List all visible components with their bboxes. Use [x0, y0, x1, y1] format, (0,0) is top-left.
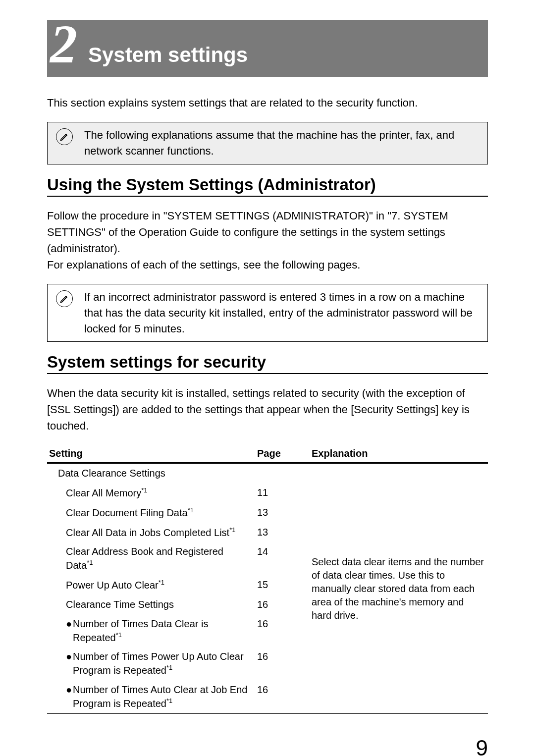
- section-heading-security: System settings for security: [47, 353, 488, 374]
- chapter-heading-band: 2 System settings: [47, 20, 488, 77]
- note-box-password-lock: If an incorrect administrator password i…: [47, 284, 488, 342]
- table-setting-cell: Clear Document Filing Data*1: [47, 503, 255, 523]
- table-page-cell: 11: [255, 483, 310, 503]
- table-header-page: Page: [255, 445, 310, 463]
- table-setting-cell: Clear All Data in Jobs Completed List*1: [47, 523, 255, 542]
- table-group-header: Data Clearance Settings: [47, 463, 255, 484]
- table-header-setting: Setting: [47, 445, 255, 463]
- pencil-note-icon: [53, 127, 76, 145]
- note-text: If an incorrect administrator password i…: [76, 289, 478, 337]
- table-page-cell: 16: [255, 595, 310, 614]
- table-page-cell: 14: [255, 542, 310, 575]
- table-explanation-cell: Select data clear items and the number o…: [310, 463, 488, 713]
- table-page-cell: 15: [255, 575, 310, 595]
- table-setting-cell: ●Number of Times Power Up Auto Clear Pro…: [47, 647, 255, 680]
- security-settings-table: Setting Page Explanation Data Clearance …: [47, 445, 488, 713]
- table-page-cell: 16: [255, 647, 310, 680]
- chapter-number: 2: [50, 20, 77, 72]
- table-setting-cell: Power Up Auto Clear*1: [47, 575, 255, 595]
- intro-paragraph: This section explains system settings th…: [47, 95, 488, 111]
- table-setting-cell: ●Number of Times Auto Clear at Job End P…: [47, 680, 255, 713]
- table-setting-cell: Clear All Memory*1: [47, 483, 255, 503]
- table-setting-cell: Clearance Time Settings: [47, 595, 255, 614]
- note-text: The following explanations assume that t…: [76, 127, 478, 159]
- page-number: 9: [47, 736, 488, 756]
- table-page-cell: 13: [255, 523, 310, 542]
- table-setting-cell: ●Number of Times Data Clear is Repeated*…: [47, 614, 255, 648]
- table-header-explanation: Explanation: [310, 445, 488, 463]
- chapter-title: System settings: [88, 43, 248, 72]
- admin-paragraph: Follow the procedure in "SYSTEM SETTINGS…: [47, 208, 488, 273]
- table-setting-cell: Clear Address Book and Registered Data*1: [47, 542, 255, 575]
- table-page-cell: 16: [255, 680, 310, 713]
- table-page-cell: 13: [255, 503, 310, 523]
- pencil-note-icon: [53, 289, 76, 307]
- table-page-cell: 16: [255, 614, 310, 648]
- section-heading-admin: Using the System Settings (Administrator…: [47, 175, 488, 197]
- note-box-assumptions: The following explanations assume that t…: [47, 122, 488, 164]
- security-paragraph: When the data security kit is installed,…: [47, 385, 488, 434]
